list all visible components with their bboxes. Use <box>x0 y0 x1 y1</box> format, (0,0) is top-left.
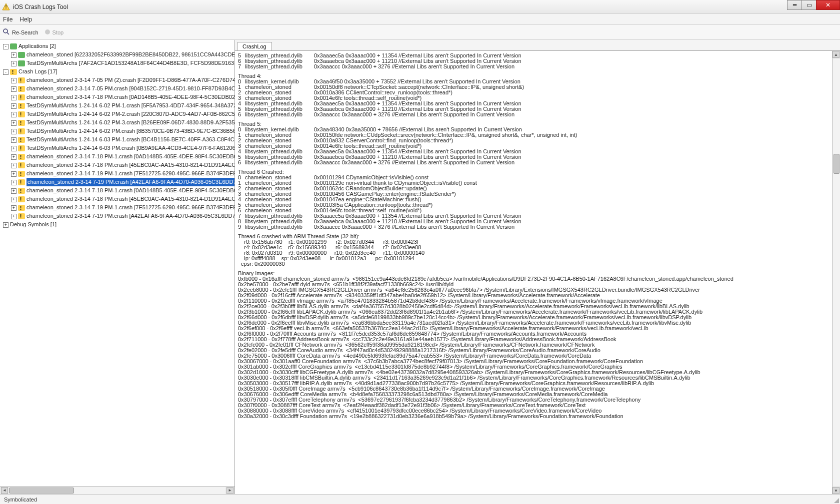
tree-item[interactable]: -Applications [2] <box>0 42 234 50</box>
log-text-area[interactable]: 5 libsystem_pthread.dylib 0x3aaaec5a 0x3… <box>235 51 840 494</box>
expand-toggle-icon[interactable]: + <box>11 180 16 185</box>
tree-item[interactable]: +chameleon_stoned 2-3-14 7-05 PM (2).cra… <box>0 76 234 84</box>
tab-bar: CrashLog <box>235 40 840 51</box>
expand-toggle-icon[interactable]: + <box>11 112 16 117</box>
log-line: 6 libsystem_pthread.dylib 0x3aaaccc 0x3a… <box>238 112 837 117</box>
crash-icon <box>18 86 25 92</box>
app-icon <box>18 52 25 58</box>
tree-item[interactable]: +TestDSymMultiArchs 1-24-14 6-02 PM-1.cr… <box>0 101 234 110</box>
tree-item-label: Crash Logs [17] <box>18 68 58 74</box>
tree-item-label: TestDSymMultiArchs 1-24-14 6-02 PM.crash… <box>26 128 235 134</box>
tree-item-label: chameleon_stoned 2-3-14 7-05 PM (2).cras… <box>26 77 235 83</box>
tree-item[interactable]: +TestDSymMultiArchs 1-24-14 6-02 PM-3.cr… <box>0 118 234 127</box>
tree-item[interactable]: +chameleon_stoned 2-3-14 7-18 PM.crash [… <box>0 161 234 169</box>
tree-item-label: chameleon_stoned 2-3-14 7-19 PM-1.crash … <box>26 170 235 176</box>
expand-toggle-icon[interactable]: + <box>11 86 16 92</box>
expand-toggle-icon[interactable]: + <box>11 129 16 134</box>
tree-item[interactable]: +chameleon_stoned 2-3-14 7-19 PM-1.crash… <box>0 203 234 212</box>
log-line: 7 libsystem_pthread.dylib 0x3aaaccc 0x3a… <box>238 64 837 69</box>
tree-item[interactable]: +TestDSymMultiArchs [7AF2ACF1AD153248A18… <box>0 59 234 67</box>
crash-icon <box>10 69 17 75</box>
expand-toggle-icon[interactable]: + <box>11 52 16 58</box>
vscroll-thumb[interactable] <box>834 154 840 174</box>
expand-toggle-icon[interactable]: + <box>11 197 16 202</box>
log-binary-image-line: 0x30a32000 - 0x30c3dfff Foundation armv7… <box>238 414 837 419</box>
tree-item-label: TestDSymMultiArchs 1-24-14 6-03 PM.crash… <box>26 145 235 151</box>
tree-item-label: TestDSymMultiArchs 1-24-14 6-03 PM-1.cra… <box>26 136 235 142</box>
tree-item[interactable]: +chameleon_stoned 2-3-14 7-19 PM.crash [… <box>0 212 234 220</box>
minimize-button[interactable]: ━ <box>787 0 802 10</box>
scroll-left-arrow-icon[interactable]: ◄ <box>1 487 8 494</box>
tree-item[interactable]: +chameleon_stoned 2-3-14 7-18 PM.crash [… <box>0 93 234 101</box>
tree-item[interactable]: +TestDSymMultiArchs 1-24-14 6-02 PM-2.cr… <box>0 110 234 118</box>
tree-item[interactable]: +chameleon_stoned 2-3-14 7-18 PM-1.crash… <box>0 152 234 161</box>
expand-toggle-icon[interactable]: + <box>11 205 16 211</box>
crash-icon <box>18 171 25 177</box>
tree-panel[interactable]: -Applications [2]+chameleon_stoned [6223… <box>0 40 235 494</box>
close-button[interactable]: ✕ <box>816 0 840 10</box>
scroll-right-arrow-icon[interactable]: ► <box>226 487 234 494</box>
tree-item[interactable]: +chameleon_stoned 2-3-14 7-18 PM-1.crash… <box>0 186 234 195</box>
tree-item[interactable]: +Debug Symbols [1] <box>0 220 234 229</box>
crash-icon <box>18 188 25 194</box>
tree-item-label: chameleon_stoned 2-3-14 7-18 PM.crash [0… <box>26 94 235 100</box>
resize-grip-icon[interactable] <box>833 497 839 503</box>
expand-toggle-icon[interactable]: - <box>3 44 8 49</box>
expand-toggle-icon[interactable]: + <box>11 214 16 219</box>
maximize-button[interactable]: ▭ <box>802 0 816 10</box>
crash-icon <box>18 162 25 168</box>
research-button[interactable]: Re-Search <box>3 28 38 36</box>
scroll-down-arrow-icon[interactable]: ▼ <box>832 487 840 494</box>
expand-toggle-icon[interactable]: + <box>11 120 16 126</box>
tree-item[interactable]: +TestDSymMultiArchs 1-24-14 6-03 PM-1.cr… <box>0 135 234 144</box>
scroll-thumb[interactable] <box>9 488 74 494</box>
tree-item[interactable]: +chameleon_stoned [622332052F633992BF99B… <box>0 50 234 59</box>
tree-item[interactable]: +chameleon_stoned 2-3-14 7-05 PM.crash [… <box>0 84 234 93</box>
tree-item[interactable]: +TestDSymMultiArchs 1-24-14 6-02 PM.cras… <box>0 127 234 135</box>
main-content: -Applications [2]+chameleon_stoned [6223… <box>0 40 840 494</box>
expand-toggle-icon[interactable]: + <box>3 222 8 228</box>
tree-item[interactable]: +chameleon_stoned 2-3-14 7-19 PM.crash [… <box>0 178 234 186</box>
crash-icon <box>18 196 25 202</box>
menu-file[interactable]: File <box>3 16 12 23</box>
stop-icon <box>44 29 50 36</box>
stop-button[interactable]: Stop <box>44 29 64 36</box>
tree-item[interactable]: +chameleon_stoned 2-3-14 7-18 PM.crash [… <box>0 195 234 203</box>
expand-toggle-icon[interactable]: - <box>3 69 8 75</box>
expand-toggle-icon[interactable]: + <box>11 188 16 194</box>
scroll-up-arrow-icon[interactable]: ▲ <box>832 51 840 58</box>
vscroll-track[interactable] <box>833 59 840 486</box>
svg-point-4 <box>45 29 50 34</box>
tab-crashlog[interactable]: CrashLog <box>237 42 272 50</box>
expand-toggle-icon[interactable]: + <box>11 171 16 177</box>
crash-icon <box>18 120 25 126</box>
horizontal-scrollbar[interactable]: ◄ ► <box>0 486 234 494</box>
tree-item[interactable]: -Crash Logs [17] <box>0 67 234 76</box>
log-register-line: cpsr: 0x20000030 <box>238 261 837 267</box>
expand-toggle-icon[interactable]: + <box>11 146 16 151</box>
tree-item-label: chameleon_stoned 2-3-14 7-19 PM-1.crash … <box>26 204 235 210</box>
tree-item-label: TestDSymMultiArchs 1-24-14 6-02 PM-2.cra… <box>26 111 235 117</box>
tree-item-label: TestDSymMultiArchs 1-24-14 6-02 PM-1.cra… <box>26 102 235 108</box>
menu-help[interactable]: Help <box>20 16 32 23</box>
crash-icon <box>18 179 25 185</box>
expand-toggle-icon[interactable]: + <box>11 163 16 168</box>
tree-item-label: chameleon_stoned 2-3-14 7-18 PM-1.crash … <box>26 153 235 159</box>
log-register-line: ip: 0xffff4088 sp: 0x02d3ee08 lr: 0x0010… <box>238 256 837 261</box>
tree-item[interactable]: +chameleon_stoned 2-3-14 7-19 PM-1.crash… <box>0 169 234 178</box>
expand-toggle-icon[interactable]: + <box>11 154 16 160</box>
research-label: Re-Search <box>12 29 38 35</box>
search-icon <box>3 28 10 36</box>
expand-toggle-icon[interactable]: + <box>11 137 16 143</box>
expand-toggle-icon[interactable]: + <box>11 103 16 109</box>
crash-icon <box>18 111 25 117</box>
tree-item-label: chameleon_stoned 2-3-14 7-18 PM.crash [4… <box>26 162 235 168</box>
tree-item-label: chameleon_stoned [622332052F633992BF99B2… <box>26 51 235 57</box>
expand-toggle-icon[interactable]: + <box>11 95 16 100</box>
tree-item-label: TestDSymMultiArchs 1-24-14 6-02 PM-3.cra… <box>26 119 235 125</box>
tree-item[interactable]: +TestDSymMultiArchs 1-24-14 6-03 PM.cras… <box>0 144 234 152</box>
vertical-scrollbar[interactable]: ▲ ▼ <box>832 51 840 494</box>
expand-toggle-icon[interactable]: + <box>11 78 16 83</box>
expand-toggle-icon[interactable]: + <box>11 61 16 66</box>
scroll-track[interactable] <box>9 487 226 494</box>
